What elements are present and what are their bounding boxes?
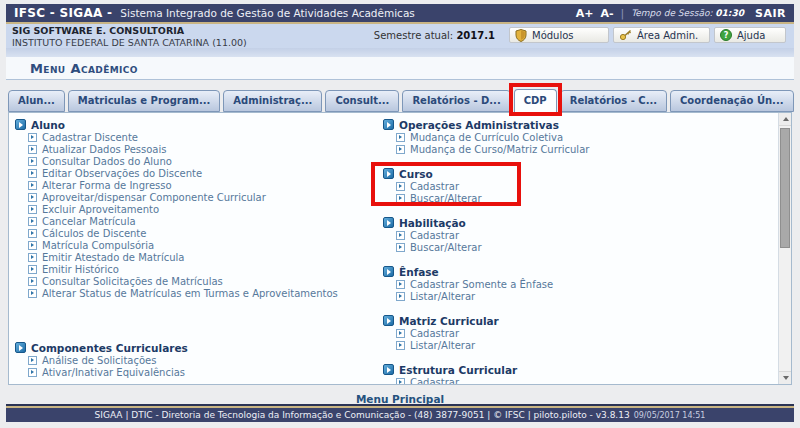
menu-section-operacoes-administrativas: Operações AdministrativasMudança de Curr… (383, 118, 773, 155)
menu-item-emitir-historico[interactable]: Emitir Histórico (15, 263, 377, 275)
session-time-value: 01:30 (715, 8, 744, 18)
section-bullet-icon (383, 315, 394, 326)
chevron-down-icon (783, 376, 789, 383)
admin-area-button[interactable]: Área Admin. (613, 27, 710, 43)
menu-item-calculos-de-discente[interactable]: Cálculos de Discente (15, 227, 377, 239)
section-header: Ênfase (383, 265, 773, 278)
menu-item-alterar-status-de-matriculas-em-turmas-e-aproveitamentos[interactable]: Alterar Status de Matrículas em Turmas e… (15, 287, 377, 299)
item-arrow-icon (28, 253, 37, 262)
scroll-down-button[interactable] (779, 371, 792, 384)
section-title: Operações Administrativas (399, 119, 559, 131)
section-title: Habilitação (399, 217, 466, 229)
item-arrow-icon (28, 181, 37, 190)
menu-item-label: Cadastrar Discente (42, 132, 138, 143)
help-button-label: Ajuda (737, 30, 765, 41)
divider: | (621, 7, 625, 20)
app-title: Sistema Integrado de Gestão de Atividade… (120, 7, 414, 19)
item-arrow-icon (28, 193, 37, 202)
menu-item-excluir-aproveitamento[interactable]: Excluir Aproveitamento (15, 203, 377, 215)
menu-item-mudanca-de-curriculo-coletiva[interactable]: Mudança de Currículo Coletiva (383, 131, 773, 143)
menu-item-listar-alterar[interactable]: Listar/Alterar (383, 339, 773, 351)
modules-button-label: Módulos (532, 30, 574, 41)
tab-relatorios-d[interactable]: Relatórios - D... (402, 90, 510, 112)
tab-cdp[interactable]: CDP (514, 89, 557, 113)
menu-item-matricula-compulsoria[interactable]: Matrícula Compulsória (15, 239, 377, 251)
menu-item-atualizar-dados-pessoais[interactable]: Atualizar Dados Pessoais (15, 143, 377, 155)
menu-item-label: Cálculos de Discente (42, 228, 146, 239)
scroll-up-button[interactable] (779, 113, 792, 126)
menu-item-label: Buscar/Alterar (410, 242, 482, 253)
font-decrease-button[interactable]: A- (601, 7, 614, 20)
help-question-icon: ? (720, 29, 732, 41)
menu-item-cadastrar-somente-a-enfase[interactable]: Cadastrar Somente a Ênfase (383, 278, 773, 290)
menu-item-label: Alterar Forma de Ingresso (42, 180, 172, 191)
menu-item-label: Emitir Histórico (42, 264, 119, 275)
menu-item-buscar-alterar[interactable]: Buscar/Alterar (383, 241, 773, 253)
menu-section-enfase: ÊnfaseCadastrar Somente a ÊnfaseListar/A… (383, 265, 773, 302)
menu-item-ativar-inativar-equivalencias[interactable]: Ativar/Inativar Equivalências (15, 366, 377, 378)
footer-timestamp: 09/05/2017 14:51 (634, 411, 706, 420)
menu-item-label: Consultar Dados do Aluno (42, 156, 172, 167)
module-tab-bar: Alun...Matriculas e Program...Administra… (8, 89, 792, 113)
vertical-scrollbar[interactable] (778, 113, 791, 384)
menu-section-curso: CursoCadastrarBuscar/Alterar (383, 167, 773, 204)
section-header: Aluno (15, 118, 377, 131)
tab-alun[interactable]: Alun... (8, 90, 65, 112)
item-arrow-icon (396, 329, 405, 338)
modules-button[interactable]: Módulos (509, 27, 609, 43)
menu-item-mudanca-de-curso-matriz-curricular[interactable]: Mudança de Curso/Matriz Curricular (383, 143, 773, 155)
help-button[interactable]: ? Ajuda (714, 27, 786, 43)
header-separator-band (6, 48, 794, 57)
menu-item-alterar-forma-de-ingresso[interactable]: Alterar Forma de Ingresso (15, 179, 377, 191)
item-arrow-icon (28, 133, 37, 142)
logout-button[interactable]: SAIR (755, 7, 786, 20)
section-bullet-icon (15, 342, 26, 353)
item-arrow-icon (28, 229, 37, 238)
menu-item-cadastrar[interactable]: Cadastrar (383, 229, 773, 241)
section-bullet-icon (383, 168, 394, 179)
menu-item-editar-observacoes-do-discente[interactable]: Editar Observações do Discente (15, 167, 377, 179)
item-arrow-icon (28, 277, 37, 286)
menu-item-consultar-dados-do-aluno[interactable]: Consultar Dados do Aluno (15, 155, 377, 167)
menu-item-cadastrar[interactable]: Cadastrar (383, 327, 773, 339)
menu-item-consultar-solicitacoes-de-matriculas[interactable]: Consultar Solicitações de Matrículas (15, 275, 377, 287)
menu-item-cadastrar[interactable]: Cadastrar (383, 180, 773, 192)
menu-item-analise-de-solicitacoes[interactable]: Análise de Solicitações (15, 354, 377, 366)
menu-item-label: Atualizar Dados Pessoais (42, 144, 166, 155)
menu-section-aluno: AlunoCadastrar DiscenteAtualizar Dados P… (15, 118, 377, 299)
tab-consult[interactable]: Consult... (325, 90, 399, 112)
tab-coordenacao-un[interactable]: Coordenação Ún... (670, 90, 793, 112)
menu-item-buscar-alterar[interactable]: Buscar/Alterar (383, 192, 773, 204)
menu-item-listar-alterar[interactable]: Listar/Alterar (383, 290, 773, 302)
tab-relatorios-c[interactable]: Relatórios - C... (560, 90, 667, 112)
menu-section-estrutura-curricular: Estrutura CurricularCadastrarListar/Alte… (383, 363, 773, 385)
menu-item-cadastrar-discente[interactable]: Cadastrar Discente (15, 131, 377, 143)
menu-item-label: Mudança de Currículo Coletiva (410, 132, 563, 143)
section-header: Habilitação (383, 216, 773, 229)
menu-content-panel: AlunoCadastrar DiscenteAtualizar Dados P… (8, 112, 792, 385)
font-increase-button[interactable]: A+ (576, 7, 594, 20)
section-title: Componentes Curriculares (31, 342, 188, 354)
menu-item-cadastrar[interactable]: Cadastrar (383, 376, 773, 385)
item-arrow-icon (28, 368, 37, 377)
item-arrow-icon (28, 356, 37, 365)
menu-item-aproveitar-dispensar-componente-curricular[interactable]: Aproveitar/dispensar Componente Curricul… (15, 191, 377, 203)
menu-item-label: Listar/Alterar (410, 340, 475, 351)
menu-item-cancelar-matricula[interactable]: Cancelar Matrícula (15, 215, 377, 227)
item-arrow-icon (396, 182, 405, 191)
item-arrow-icon (396, 280, 405, 289)
tab-administrac[interactable]: Administraç... (223, 90, 322, 112)
item-arrow-icon (396, 231, 405, 240)
scrollbar-thumb[interactable] (780, 128, 790, 248)
section-header: Matriz Curricular (383, 314, 773, 327)
menu-item-label: Análise de Solicitações (42, 355, 156, 366)
tab-matriculas-e-program[interactable]: Matriculas e Program... (68, 90, 221, 112)
menu-item-label: Editar Observações do Discente (42, 168, 202, 179)
menu-item-emitir-atestado-de-matricula[interactable]: Emitir Atestado de Matrícula (15, 251, 377, 263)
footer-text: SIGAA | DTIC - Diretoria de Tecnologia d… (95, 410, 630, 420)
menu-item-label: Mudança de Curso/Matriz Curricular (410, 144, 589, 155)
footer-bar: SIGAA | DTIC - Diretoria de Tecnologia d… (6, 408, 794, 422)
menu-item-label: Cadastrar (410, 328, 459, 339)
item-arrow-icon (396, 341, 405, 350)
session-timer: Tempo de Sessão: 01:30 (631, 8, 744, 18)
